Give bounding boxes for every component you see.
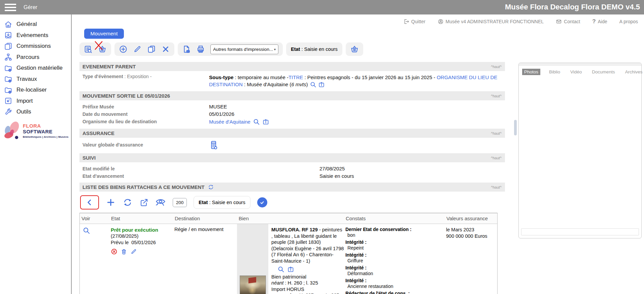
pages-icon — [4, 42, 12, 50]
haut-link[interactable]: ^haut^ — [491, 185, 502, 189]
constat-label: Intégrité : — [345, 265, 442, 271]
eye-horus-view-button[interactable] — [155, 197, 166, 208]
sidebar-item-evenements[interactable]: Evènements — [0, 30, 71, 41]
media-bottom-strip — [521, 228, 639, 235]
home-icon — [4, 21, 12, 28]
cadre-label: avec cadre — [271, 293, 295, 294]
media-panel: Photos Biblio Vidéo Documents Archives — [518, 63, 642, 238]
sous-type-value: : temporaire au musée - — [234, 74, 289, 80]
search-icon[interactable] — [310, 81, 316, 88]
print-document-button[interactable] — [182, 45, 191, 54]
haut-link[interactable]: ^haut^ — [491, 65, 502, 69]
tab-photos[interactable]: Photos — [522, 69, 540, 75]
table-row: Prêt pour exécution (27/08/2025) Prévu l… — [80, 224, 497, 294]
cancel-icon[interactable] — [111, 248, 117, 255]
artwork-thumbnail[interactable] — [240, 275, 266, 294]
chevron-down-icon: ▾ — [274, 47, 276, 51]
edit-button[interactable] — [133, 45, 142, 54]
gerer-menu-label[interactable]: Gérer — [24, 4, 37, 10]
sidebar-item-import[interactable]: Import — [0, 96, 71, 107]
apropos-label: A propos — [619, 19, 638, 24]
basket-button[interactable] — [350, 45, 359, 54]
constat-label: Rédacteur de l'état de cons. : — [345, 291, 442, 294]
sidebar-item-gestion-materielle[interactable]: Gestion matérielle — [0, 63, 71, 74]
date-mouvement-value: 05/01/2026 — [209, 110, 505, 118]
list-search-button[interactable] — [84, 45, 93, 54]
constat-label: Intégrité : — [345, 278, 442, 284]
aide-link[interactable]: ? Aide — [592, 18, 607, 25]
sidebar-item-relocaliser[interactable]: Re-localiser — [0, 85, 71, 96]
haut-link[interactable]: ^haut^ — [491, 94, 502, 98]
status-date: (27/08/2025) — [111, 233, 173, 239]
view-record-icon[interactable] — [82, 227, 90, 234]
constat-label: Intégrité : — [345, 252, 442, 258]
chevron-left-icon — [85, 198, 94, 207]
edit-icon[interactable] — [130, 248, 137, 255]
constats-cell: Dernier Etat de conservation :bon Intégr… — [344, 224, 445, 294]
organisme-value-end: ) — [306, 81, 308, 87]
print-format-select[interactable]: Autres formats d'impression... ▾ — [210, 44, 278, 54]
sidebar-item-general[interactable]: Général — [0, 19, 71, 30]
organisme-value: : Musée d'Aquitaine ( — [243, 81, 292, 87]
quitter-link[interactable]: Quitter — [403, 19, 426, 25]
open-record-icon[interactable] — [287, 266, 294, 273]
constat-label: Intégrité : — [345, 239, 442, 245]
aide-label: Aide — [598, 19, 607, 24]
sidebar-item-commissions[interactable]: Commissions — [0, 41, 71, 52]
titre-value: : Peintres espagnols - du 15 janvier 202… — [303, 74, 437, 80]
logo-tagline: Bibliothèques | Archives | Musées — [23, 135, 70, 138]
sidebar-item-outils[interactable]: Outils — [0, 106, 71, 118]
col-header-etat: Etat — [109, 216, 173, 221]
sidebar-item-parcours[interactable]: Parcours — [0, 52, 71, 63]
result-count-input[interactable] — [173, 198, 187, 207]
panel-splitter-handle[interactable] — [514, 120, 517, 135]
tab-documents[interactable]: Documents — [590, 69, 616, 75]
search-icon[interactable] — [277, 266, 284, 273]
open-record-icon[interactable] — [262, 118, 269, 125]
validate-button[interactable] — [257, 197, 267, 207]
basket-disabled-button[interactable] — [98, 45, 107, 54]
search-icon[interactable] — [253, 118, 260, 125]
sidebar-item-label: Général — [16, 21, 37, 28]
folder-globe-icon — [4, 64, 12, 72]
col-header-voir: Voir — [80, 216, 109, 221]
contact-link[interactable]: Contact — [556, 19, 580, 25]
toolbar-group-search — [79, 42, 111, 56]
add-item-button[interactable] — [106, 197, 116, 207]
table-header-row: Voir Etat Destination Bien Constats Vale… — [80, 213, 497, 224]
refresh-icon[interactable] — [208, 184, 214, 190]
tab-biblio[interactable]: Biblio — [548, 69, 562, 75]
sidebar-item-travaux[interactable]: Travaux — [0, 74, 71, 85]
open-record-icon[interactable] — [318, 81, 325, 88]
organisme-destination-link[interactable]: Musée d'Aquitaine — [209, 118, 250, 125]
bien-desc-text: - peintures , tableau , La liberté guida… — [271, 227, 345, 264]
tab-mouvement[interactable]: Mouvement — [84, 29, 124, 39]
recycle-button[interactable] — [123, 197, 133, 207]
external-link-button[interactable] — [139, 198, 148, 207]
delete-button[interactable] — [161, 45, 170, 54]
assurance-row: Valeur globale d'assurance — [79, 138, 505, 153]
calculator-icon[interactable] — [209, 140, 218, 150]
tab-video[interactable]: Vidéo — [569, 69, 583, 75]
add-button[interactable] — [119, 45, 128, 54]
etat-avancement-value: Saisie en cours — [319, 172, 505, 180]
haut-link[interactable]: ^haut^ — [491, 156, 502, 160]
tab-archives[interactable]: Archives — [624, 69, 644, 75]
import-icon — [4, 97, 12, 105]
back-button-highlighted[interactable] — [80, 195, 99, 209]
current-user[interactable]: Musée v4 ADMINISTRATEUR FONCTIONNEL — [438, 19, 544, 25]
flora-butterfly-icon — [2, 120, 21, 141]
apropos-link[interactable]: A propos — [619, 19, 638, 24]
duplicate-button[interactable] — [147, 45, 156, 54]
destination-value: Régie / en mouvement — [173, 224, 237, 294]
mail-icon — [556, 19, 562, 25]
haut-link[interactable]: ^haut^ — [491, 131, 502, 135]
titre-link[interactable]: TITRE — [289, 74, 303, 80]
printer-button[interactable] — [196, 45, 205, 54]
evenement-row: Type d'évènement : Exposition - Sous-typ… — [79, 71, 505, 91]
dim-value: : H. 260 ; l. 325 — [283, 280, 318, 286]
hamburger-menu-icon[interactable] — [5, 4, 16, 11]
sidebar-item-label: Parcours — [16, 54, 39, 61]
col-header-valeurs: Valeurs assurance — [445, 216, 498, 221]
trash-icon[interactable] — [121, 248, 127, 255]
